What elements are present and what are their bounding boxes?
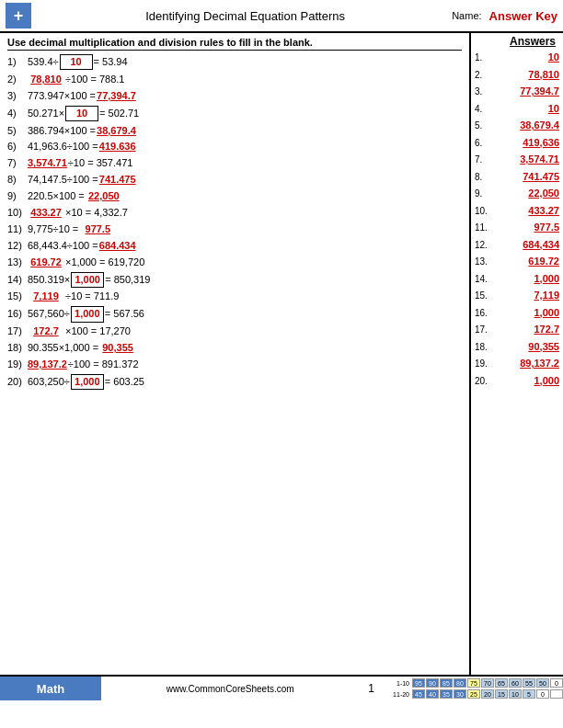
question-number: 13) xyxy=(7,256,28,269)
score-cell: 15 xyxy=(495,689,508,699)
footer-math-label: Math xyxy=(37,682,64,696)
score-cell: 95 xyxy=(412,678,425,688)
answer-blank-underline: 38,679.4 xyxy=(97,124,136,138)
question-text-after: ÷100 = 788.1 xyxy=(65,73,124,86)
answer-value: 38,679.4 xyxy=(491,118,559,133)
score-cell: 80 xyxy=(454,678,466,688)
score-cell: 35 xyxy=(440,689,453,699)
question-text-before: 539.4÷ xyxy=(28,55,59,69)
question-row: 14)850.319×1,000= 850,319 xyxy=(7,272,462,288)
question-text-after: = 53.94 xyxy=(94,55,128,69)
answer-value: 78,810 xyxy=(491,67,559,83)
question-number: 10) xyxy=(7,206,28,220)
question-content: 50.271×10= 502.71 xyxy=(28,106,139,121)
answer-key-label: Answer Key xyxy=(489,9,557,23)
question-row: 4)50.271×10= 502.71 xyxy=(7,106,462,121)
answer-blank-underline: 684.434 xyxy=(99,239,136,253)
question-number: 5) xyxy=(7,124,28,138)
answer-number: 3. xyxy=(475,85,491,98)
question-number: 15) xyxy=(7,290,28,303)
answer-number: 13. xyxy=(475,255,491,268)
question-number: 2) xyxy=(7,73,28,86)
answer-row: 20. 1,000 xyxy=(475,373,559,389)
answer-blank-box[interactable]: 1,000 xyxy=(71,272,104,288)
question-row: 7)3,574.71÷10 = 357.471 xyxy=(7,156,462,170)
answer-value: 419,636 xyxy=(491,135,559,151)
answer-blank-underline: 977.5 xyxy=(79,222,116,236)
answer-value: 1,000 xyxy=(491,305,559,321)
answer-blank-underline: 433.27 xyxy=(28,206,64,220)
answer-row: 5. 38,679.4 xyxy=(475,118,559,133)
questions-container: 1)539.4÷10= 53.942)78,810÷100 = 788.13)7… xyxy=(7,54,462,390)
question-number: 20) xyxy=(7,375,28,389)
answer-number: 19. xyxy=(475,357,491,370)
answer-blank-box[interactable]: 10 xyxy=(65,106,98,121)
answer-blank-box[interactable]: 1,000 xyxy=(71,306,104,322)
question-number: 8) xyxy=(7,173,28,187)
answer-value: 7,119 xyxy=(491,288,559,303)
footer-website: www.CommonCoreSheets.com xyxy=(101,684,359,694)
answer-number: 12. xyxy=(475,238,491,252)
question-row: 19)89,137.2÷100 = 891.372 xyxy=(7,358,462,371)
answer-row: 12. 684,434 xyxy=(475,237,559,253)
answer-row: 6. 419,636 xyxy=(475,135,559,151)
header-title: Identifying Decimal Equation Patterns xyxy=(39,9,452,23)
question-row: 10)433.27×10 = 4,332.7 xyxy=(7,206,462,220)
question-row: 11)9,775÷10 = 977.5 xyxy=(7,222,462,236)
question-number: 6) xyxy=(7,140,28,154)
score-cell: 20 xyxy=(481,689,494,699)
answer-row: 10. 433.27 xyxy=(475,203,559,219)
main-area: Use decimal multiplication and division … xyxy=(0,33,563,675)
question-row: 12)68,443.4÷100 = 684.434 xyxy=(7,239,462,253)
score-cell: 70 xyxy=(481,678,494,688)
answer-row: 9. 22,050 xyxy=(475,186,559,201)
question-content: 603,250÷1,000= 603.25 xyxy=(28,374,144,390)
question-content: 7,119÷10 = 711.9 xyxy=(28,290,119,303)
question-content: 68,443.4÷100 = 684.434 xyxy=(28,239,136,253)
score-range-label: 1-10 xyxy=(384,680,409,687)
question-text-before: 74,147.5÷100 = xyxy=(28,173,98,187)
question-text-before: 220.5×100 = xyxy=(28,189,85,203)
question-content: 41,963.6÷100 = 419.636 xyxy=(28,140,136,154)
answer-blank-underline: 419.636 xyxy=(99,140,136,154)
answer-number: 1. xyxy=(475,51,491,64)
answer-blank-underline: 22,050 xyxy=(86,189,122,203)
question-row: 6)41,963.6÷100 = 419.636 xyxy=(7,140,462,154)
score-range-label: 11-20 xyxy=(384,691,409,698)
answer-blank-underline: 7,119 xyxy=(28,290,64,303)
answer-blank-underline: 172.7 xyxy=(28,324,64,338)
answer-row: 15. 7,119 xyxy=(475,288,559,303)
question-text-before: 9,775÷10 = xyxy=(28,222,78,236)
answer-blank-underline: 3,574.71 xyxy=(28,156,67,170)
question-text-after: = 603.25 xyxy=(105,375,144,389)
answer-row: 1. 10 xyxy=(475,50,559,65)
answer-blank-underline: 741.475 xyxy=(99,173,136,187)
answer-number: 6. xyxy=(475,136,491,150)
question-number: 7) xyxy=(7,156,28,170)
score-cell: 65 xyxy=(495,678,508,688)
answer-value: 3,574.71 xyxy=(491,152,559,167)
question-content: 78,810÷100 = 788.1 xyxy=(28,73,124,86)
question-text-after: = 502.71 xyxy=(99,107,139,120)
answer-value: 1,000 xyxy=(491,271,559,287)
score-cell xyxy=(550,689,563,699)
answers-column: Answers 1. 102. 78,8103. 77,394.74. 105.… xyxy=(471,33,563,675)
question-number: 3) xyxy=(7,89,28,103)
question-text-before: 386.794×100 = xyxy=(28,124,96,138)
score-cell: 5 xyxy=(523,689,535,699)
logo: + xyxy=(6,3,31,28)
answer-blank-box[interactable]: 10 xyxy=(60,54,93,70)
score-row: 1-10959085807570656055500 xyxy=(384,678,563,688)
question-row: 3)773.947×100 = 77,394.7 xyxy=(7,89,462,103)
question-number: 9) xyxy=(7,189,28,203)
answer-blank-box[interactable]: 1,000 xyxy=(71,374,104,390)
answer-number: 4. xyxy=(475,102,491,116)
answer-number: 18. xyxy=(475,340,491,354)
answer-number: 7. xyxy=(475,153,491,166)
question-content: 433.27×10 = 4,332.7 xyxy=(28,206,128,220)
answer-value: 977.5 xyxy=(491,220,559,235)
score-cell: 85 xyxy=(440,678,453,688)
question-number: 1) xyxy=(7,55,28,69)
answer-value: 433.27 xyxy=(491,203,559,219)
question-text-before: 50.271× xyxy=(28,107,64,120)
